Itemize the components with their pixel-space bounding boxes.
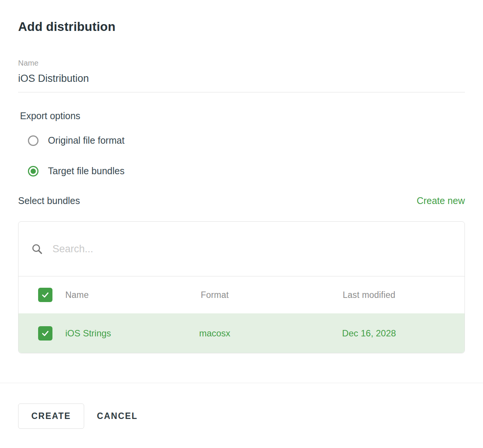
row-bundle-name: iOS Strings — [65, 328, 156, 339]
name-input[interactable] — [18, 71, 465, 92]
radio-checked-icon[interactable] — [28, 166, 38, 176]
add-distribution-form: Add distribution Name Export options Ori… — [0, 20, 483, 353]
radio-unchecked-icon[interactable] — [28, 135, 38, 146]
export-options-section: Export options Original file format Targ… — [18, 110, 465, 176]
radio-original-label: Original file format — [48, 135, 125, 146]
create-new-link[interactable]: Create new — [417, 195, 465, 206]
select-all-cell — [18, 288, 65, 302]
select-bundles-header: Select bundles Create new — [18, 195, 465, 206]
select-bundles-label: Select bundles — [18, 195, 80, 206]
row-bundle-last-modified: Dec 16, 2028 — [274, 328, 465, 339]
row-checkbox-checked-icon[interactable] — [38, 326, 52, 341]
page-title: Add distribution — [18, 20, 465, 34]
cancel-button[interactable]: CANCEL — [97, 404, 138, 429]
column-header-name: Name — [65, 290, 156, 300]
column-header-last-modified: Last modified — [274, 290, 465, 300]
radio-target-label: Target file bundles — [48, 166, 125, 176]
footer-divider — [0, 383, 483, 383]
radio-target-file-bundles[interactable]: Target file bundles — [28, 166, 465, 176]
form-actions: CREATE CANCEL — [18, 404, 138, 429]
select-all-checkbox-checked-icon[interactable] — [38, 288, 52, 302]
bundles-search-input[interactable] — [52, 243, 452, 255]
bundles-table-header: Name Format Last modified — [18, 276, 465, 313]
row-bundle-format: macosx — [156, 328, 274, 339]
row-checkbox-cell — [18, 326, 65, 341]
bundles-search-row — [18, 222, 465, 276]
radio-original-file-format[interactable]: Original file format — [28, 135, 465, 146]
name-field-label: Name — [18, 59, 465, 68]
table-row[interactable]: iOS Strings macosx Dec 16, 2028 — [18, 313, 465, 353]
search-icon — [31, 242, 43, 255]
create-button[interactable]: CREATE — [18, 404, 84, 429]
export-options-label: Export options — [20, 110, 465, 121]
name-field-group: Name — [18, 59, 465, 92]
bundles-picker: Name Format Last modified iOS Strings ma… — [18, 221, 465, 353]
column-header-format: Format — [156, 290, 274, 300]
